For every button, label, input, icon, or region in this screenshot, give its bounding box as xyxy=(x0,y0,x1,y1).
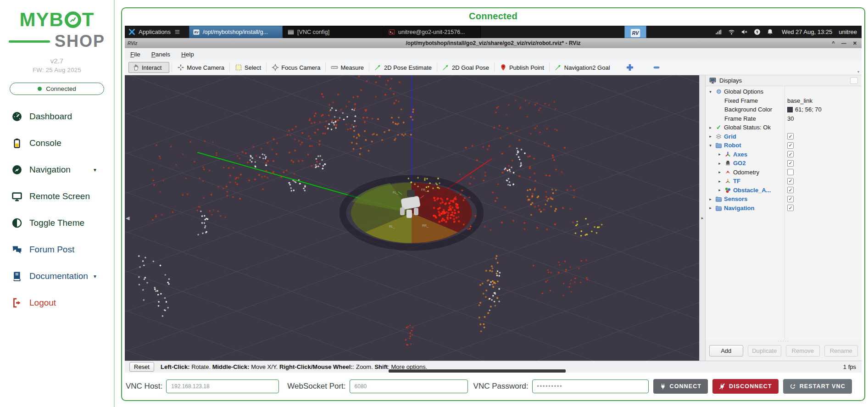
network-icon[interactable] xyxy=(715,28,722,35)
expander-right-icon[interactable]: ▸ xyxy=(717,152,723,156)
enabled-checkbox[interactable]: ✓ xyxy=(787,196,794,202)
tree-column-divider[interactable] xyxy=(785,86,785,340)
displays-tree-row[interactable]: Frame Rate30 xyxy=(706,114,862,123)
displays-tree-row[interactable]: ▸Axes✓ xyxy=(706,150,862,159)
displays-tree-row[interactable]: ▾Robot✓ xyxy=(706,141,862,150)
close-icon[interactable]: ✕ xyxy=(853,40,857,46)
enabled-checkbox[interactable]: ✓ xyxy=(787,142,794,149)
sidebar-item-forum-post[interactable]: Forum Post xyxy=(0,236,114,263)
horizontal-scrollbar[interactable] xyxy=(389,369,566,373)
compass-icon xyxy=(12,165,22,175)
enabled-checkbox[interactable]: ✓ xyxy=(787,178,794,184)
shade-icon[interactable]: ^ xyxy=(832,40,835,46)
sidebar-item-toggle-theme[interactable]: Toggle Theme xyxy=(0,210,114,236)
displays-tree-row[interactable]: ▸Obstacle_A...✓ xyxy=(706,186,862,195)
sidebar-item-console[interactable]: Console xyxy=(0,130,114,156)
property-value[interactable]: 30 xyxy=(787,115,794,122)
tool-navigation2-goal[interactable]: Navigation2 Goal xyxy=(551,62,614,72)
enabled-checkbox[interactable]: ✓ xyxy=(787,160,794,167)
app-version: v2.7 xyxy=(50,57,63,65)
displays-tree-row[interactable]: ▸Grid✓ xyxy=(706,132,862,141)
pointcloud-canvas[interactable]: FL_FR_RL_RR_ xyxy=(125,75,699,361)
panel-resize-handle[interactable]: ····· xyxy=(706,340,862,344)
taskbar-window-button[interactable]: RV/opt/mybotshop/install/g... xyxy=(189,26,283,38)
property-value[interactable]: base_link xyxy=(787,97,812,104)
rename-display-button[interactable]: Rename xyxy=(824,345,858,357)
tool-label: 2D Pose Estimate xyxy=(384,64,432,71)
minimize-icon[interactable]: — xyxy=(841,40,846,46)
expander-down-icon[interactable]: ▾ xyxy=(707,89,713,94)
displays-tree-row[interactable]: ▸Odometry xyxy=(706,168,862,177)
add-display-button[interactable]: Add xyxy=(709,345,743,357)
expander-right-icon[interactable]: ▸ xyxy=(707,125,713,130)
sidebar-item-dashboard[interactable]: Dashboard xyxy=(0,103,114,130)
duplicate-display-button[interactable]: Duplicate xyxy=(748,345,782,357)
expander-right-icon[interactable]: ▸ xyxy=(707,197,713,201)
connect-button[interactable]: CONNECT xyxy=(653,379,708,394)
enabled-checkbox[interactable]: ✓ xyxy=(787,187,794,193)
enabled-checkbox[interactable]: ✓ xyxy=(787,133,794,139)
displays-tree-row[interactable]: ▾⚙Global Options xyxy=(706,87,862,96)
rviz-taskbar-button[interactable]: RV xyxy=(624,26,646,38)
wifi-icon[interactable] xyxy=(728,28,735,35)
displays-tree-row[interactable]: ▸GO2✓ xyxy=(706,159,862,168)
menu-help[interactable]: Help xyxy=(181,51,194,58)
restart-vnc-button[interactable]: RESTART VNC xyxy=(783,379,852,394)
applications-menu[interactable]: Applications xyxy=(125,26,184,38)
minus-icon[interactable] xyxy=(653,64,660,71)
panel-splitter[interactable]: ▸ xyxy=(699,75,706,361)
sidebar-item-label: Remote Screen xyxy=(29,191,90,201)
3d-viewport[interactable]: FL_FR_RL_RR_ ◀ xyxy=(125,75,699,361)
tool-focus-camera[interactable]: Focus Camera xyxy=(267,62,324,72)
menu-file[interactable]: File xyxy=(130,51,140,58)
websocket-port-input[interactable]: 6080 xyxy=(350,379,468,393)
taskbar-window-button[interactable]: [VNC config] xyxy=(284,26,384,38)
disconnect-button[interactable]: DISCONNECT xyxy=(712,379,779,394)
taskbar-window-button[interactable]: unitree@go2-unit-21576... xyxy=(384,26,481,38)
displays-tree-row[interactable]: ▸Navigation✓ xyxy=(706,204,862,213)
reset-button[interactable]: Reset xyxy=(129,362,154,372)
plus-icon[interactable] xyxy=(626,64,634,71)
sidebar-item-logout[interactable]: Logout xyxy=(0,290,114,316)
property-value[interactable]: 61; 56; 70 xyxy=(795,106,822,113)
expander-right-icon[interactable]: ▸ xyxy=(707,206,713,210)
volume-muted-icon[interactable] xyxy=(741,28,748,35)
enabled-checkbox[interactable]: ✓ xyxy=(787,205,794,211)
tool-interact[interactable]: Interact xyxy=(128,62,169,73)
displays-tree-row[interactable]: ▸Sensors✓ xyxy=(706,195,862,204)
rviz-titlebar[interactable]: RViz /opt/mybotshop/install/go2_viz/shar… xyxy=(125,38,862,48)
displays-tree-row[interactable]: Background Color61; 56; 70 xyxy=(706,105,862,114)
collapse-left-icon[interactable]: ◀ xyxy=(126,215,129,221)
status-pill-label: Connected xyxy=(46,85,76,92)
enabled-checkbox[interactable] xyxy=(787,169,794,175)
sidebar-item-documentation[interactable]: Documentation▼ xyxy=(0,263,114,290)
sidebar-item-navigation[interactable]: Navigation▼ xyxy=(0,156,114,183)
bell-icon[interactable] xyxy=(767,28,773,35)
power-icon[interactable] xyxy=(754,28,761,35)
enabled-checkbox[interactable]: ✓ xyxy=(787,151,794,157)
remove-display-button[interactable]: Remove xyxy=(786,345,820,357)
expander-right-icon[interactable]: ▸ xyxy=(717,161,723,166)
expander-right-icon[interactable]: ▸ xyxy=(707,134,713,139)
tool-measure[interactable]: Measure xyxy=(327,62,368,72)
displays-tree-row[interactable]: ▸✓Global Status: Ok xyxy=(706,123,862,132)
tool-publish-point[interactable]: Publish Point xyxy=(495,62,548,72)
panel-detach-button[interactable] xyxy=(850,77,858,84)
tool-2d-goal-pose[interactable]: 2D Goal Pose xyxy=(438,62,493,72)
displays-tree-row[interactable]: ▸TF✓ xyxy=(706,177,862,186)
tool-select[interactable]: Select xyxy=(231,62,265,72)
svg-text:RR_: RR_ xyxy=(422,224,428,228)
tool-2d-pose-estimate[interactable]: 2D Pose Estimate xyxy=(370,62,436,72)
vnc-host-input[interactable]: 192.168.123.18 xyxy=(166,379,279,393)
tool-move-camera[interactable]: Move Camera xyxy=(173,62,228,72)
color-swatch[interactable] xyxy=(787,107,793,112)
expander-down-icon[interactable]: ▾ xyxy=(707,143,713,148)
expander-right-icon[interactable]: ▸ xyxy=(717,179,723,184)
menu-panels[interactable]: Panels xyxy=(151,51,170,58)
vnc-password-input[interactable]: ••••••••• xyxy=(532,379,649,393)
toolbar-overflow-icon[interactable]: ▾ xyxy=(857,70,859,75)
expander-right-icon[interactable]: ▸ xyxy=(717,170,723,174)
sidebar-item-remote-screen[interactable]: Remote Screen xyxy=(0,183,114,210)
expander-right-icon[interactable]: ▸ xyxy=(717,188,723,192)
displays-tree-row[interactable]: Fixed Framebase_link xyxy=(706,96,862,106)
